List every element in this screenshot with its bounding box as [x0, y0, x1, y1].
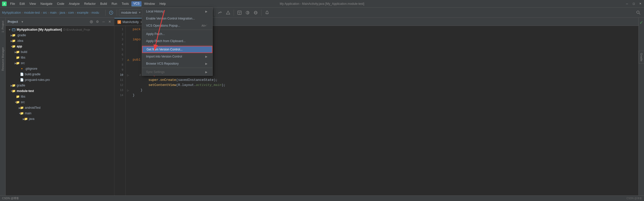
breadcrumb-com[interactable]: com — [68, 11, 74, 14]
notifications-button[interactable] — [264, 9, 271, 16]
vcs-menu-apply-patch-clipboard-label: Apply Patch from Clipboard... — [146, 39, 186, 43]
profiler-button[interactable] — [216, 9, 224, 16]
menu-tools[interactable]: Tools — [120, 2, 131, 6]
svg-point-20 — [637, 11, 639, 13]
tree-item-proguard[interactable]: 📄 proguard-rules.pro — [6, 77, 114, 83]
tree-item-libs[interactable]: 📁 libs — [6, 55, 114, 60]
sync-project-button[interactable] — [108, 9, 115, 16]
editor-tab-mainactivity[interactable]: J MainActivity ✕ — [114, 18, 146, 26]
vcs-menu-enable-vcs-label: Enable Version Control Integration... — [146, 17, 195, 20]
tree-name-java: java — [29, 117, 34, 121]
config-dropdown[interactable]: module-test ▼ — [119, 9, 144, 16]
tree-name-moduletest-libs: libs — [21, 95, 25, 98]
collapse-all-button[interactable]: ─ — [101, 19, 106, 24]
tree-arrow-app[interactable]: ▼ — [8, 44, 12, 48]
menu-refactor[interactable]: Refactor — [82, 2, 98, 6]
menu-analyze[interactable]: Analyze — [67, 2, 82, 6]
menu-run[interactable]: Run — [110, 2, 119, 6]
lint-button[interactable]: ! — [225, 9, 232, 16]
project-tab[interactable]: 1: Project — [1, 19, 5, 34]
vcs-menu-apply-patch[interactable]: Apply Patch... — [142, 30, 212, 38]
breadcrumb-example[interactable]: example — [77, 11, 88, 14]
sidebar-dropdown-arrow[interactable]: ▼ — [21, 20, 24, 23]
line-4: 4 — [122, 42, 123, 47]
vcs-menu-local-history[interactable]: Local History ▶ — [142, 8, 212, 15]
breadcrumb-main[interactable]: main — [50, 11, 56, 14]
tree-item-src[interactable]: ▶ 📁 src — [6, 60, 114, 66]
breadcrumb-java[interactable]: java — [59, 11, 65, 14]
tree-name-gradle: gradle — [17, 84, 25, 87]
menu-edit[interactable]: Edit — [17, 2, 27, 6]
hide-button[interactable]: ✕ — [107, 19, 112, 24]
tree-arrow-src[interactable]: ▶ — [8, 61, 16, 65]
tree-arrow-moduletest[interactable]: ▼ — [8, 89, 12, 93]
tree-arrow-build[interactable]: ▶ — [8, 50, 16, 54]
menu-vcs[interactable]: VCS — [131, 1, 142, 6]
tree-arrow-androidtest[interactable]: ▶ — [8, 106, 20, 110]
minimize-button[interactable]: ─ — [625, 2, 629, 6]
tree-item-myapplication[interactable]: ▼ MyApplication [My Application] D:\Env\… — [6, 27, 114, 32]
toolbar-separator-2 — [117, 10, 117, 16]
breadcrumb-modu[interactable]: modu — [91, 11, 99, 14]
menu-navigate[interactable]: Navigate — [38, 2, 54, 6]
restore-button[interactable]: ◻ — [632, 2, 635, 6]
menu-file[interactable]: File — [8, 2, 17, 6]
breadcrumb-myapplication[interactable]: MyApplication — [2, 11, 21, 14]
tree-arrow-gradle[interactable]: ▶ — [8, 83, 12, 87]
gutter-13[interactable]: ▷ — [126, 88, 131, 93]
svg-line-21 — [639, 13, 640, 14]
code-line-14: } — [133, 93, 636, 98]
menu-help[interactable]: Help — [157, 2, 168, 6]
vcs-menu-get-from-vcs[interactable]: Get from Version Control... — [142, 46, 212, 53]
tree-arrow-myapplication[interactable]: ▼ — [8, 28, 12, 32]
vcs-menu-browse-vcs[interactable]: Browse VCS Repository ▶ — [142, 60, 212, 67]
menu-view[interactable]: View — [27, 2, 38, 6]
tree-arrow-main[interactable]: ▼ — [8, 111, 20, 115]
tree-arrow-moduletest-src[interactable]: ▼ — [8, 100, 16, 104]
layout-editor-button[interactable] — [236, 9, 243, 16]
tree-item-main[interactable]: ▼ 📁 main — [6, 111, 114, 116]
menu-window[interactable]: Window — [142, 2, 157, 6]
sidebar-title: Project — [8, 20, 18, 24]
search-button[interactable] — [635, 9, 642, 16]
tree-item-build[interactable]: ▶ 📁 build — [6, 49, 114, 55]
tree-item-app[interactable]: ▼ 📁 app — [6, 44, 114, 49]
breadcrumb-src[interactable]: src — [43, 11, 47, 14]
tree-item-dotidea[interactable]: ▶ 📁 .idea — [6, 38, 114, 44]
breadcrumb-moduletest[interactable]: module-test — [24, 11, 40, 14]
svg-rect-24 — [12, 29, 15, 31]
tree-arrow-dotgradle[interactable]: ▶ — [8, 33, 12, 37]
svg-text:A: A — [4, 3, 5, 5]
folder-dotgradle-icon: 📁 — [12, 33, 16, 37]
sidebar-controls: ⚙ ─ ✕ — [89, 19, 112, 24]
vcs-menu-apply-patch-clipboard[interactable]: Apply Patch from Clipboard... — [142, 38, 212, 45]
tree-item-dotgradle[interactable]: ▶ 📁 .gradle — [6, 32, 114, 38]
file-buildgradle-icon: 📄 — [20, 72, 24, 76]
settings-button[interactable]: ⚙ — [95, 19, 100, 24]
resource-manager-tab[interactable]: Resource Manager — [1, 45, 5, 73]
vcs-menu-enable-vcs[interactable]: Enable Version Control Integration... — [142, 15, 212, 22]
tree-arrow-dotidea[interactable]: ▶ — [8, 39, 12, 43]
gutter-10[interactable]: ▷ — [126, 72, 131, 78]
tree-item-moduletest[interactable]: ▼ 📁 module-test — [6, 88, 114, 94]
line-2: 2 — [122, 32, 123, 37]
tree-item-gradle[interactable]: ▶ 📁 gradle — [6, 83, 114, 88]
menu-code[interactable]: Code — [55, 2, 66, 6]
vcs-menu-vcs-popup[interactable]: VCS Operations Popup... Alt+` — [142, 22, 212, 29]
scope-button[interactable] — [89, 19, 94, 24]
theme-editor-button[interactable] — [244, 9, 251, 16]
menu-build[interactable]: Build — [98, 2, 109, 6]
tree-item-moduletest-libs[interactable]: 📁 libs — [6, 94, 114, 99]
tree-item-androidtest[interactable]: ▶ 📁 androidTest — [6, 105, 114, 111]
tree-arrow-java[interactable]: ▶ — [8, 117, 24, 121]
vcs-menu-import-into-vcs[interactable]: Import into Version Control ▶ — [142, 53, 212, 60]
tree-item-gitignore[interactable]: 🔸 .gitignore — [6, 66, 114, 71]
tree-item-buildgradle[interactable]: 📄 build.gradle — [6, 71, 114, 77]
close-button[interactable]: ✕ — [638, 2, 642, 6]
tree-name-buildgradle: build.gradle — [25, 72, 41, 76]
tree-item-java[interactable]: ▶ 📁 java — [6, 116, 114, 122]
gradle-side-tab[interactable]: Gradle — [639, 51, 644, 64]
line-9: 9 — [122, 67, 123, 72]
translation-editor-button[interactable] — [252, 9, 259, 16]
tree-item-moduletest-src[interactable]: ▼ 📁 src — [6, 99, 114, 105]
